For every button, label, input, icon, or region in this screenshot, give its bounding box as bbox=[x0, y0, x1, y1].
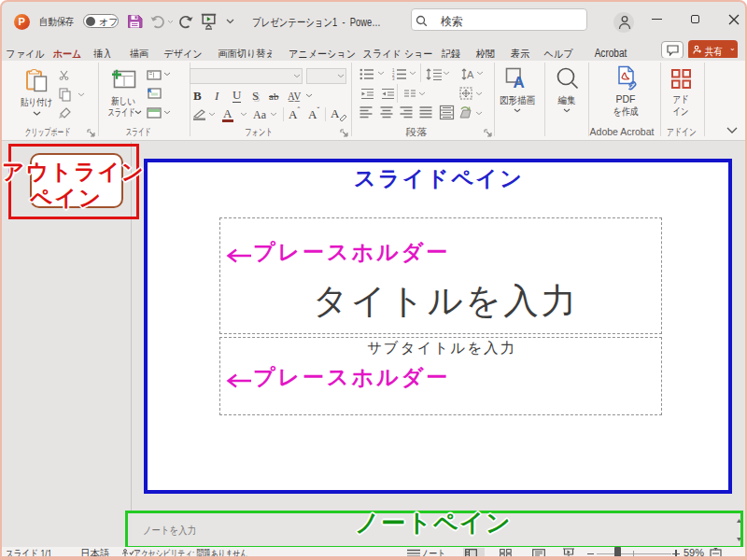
svg-text:3: 3 bbox=[392, 77, 395, 80]
svg-text:A: A bbox=[514, 74, 525, 90]
svg-text:A: A bbox=[467, 69, 474, 80]
